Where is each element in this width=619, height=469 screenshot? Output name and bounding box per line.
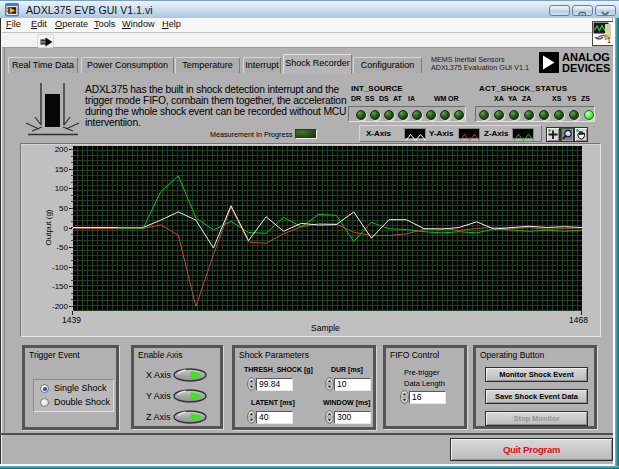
svg-text:1: 1 xyxy=(607,37,611,44)
